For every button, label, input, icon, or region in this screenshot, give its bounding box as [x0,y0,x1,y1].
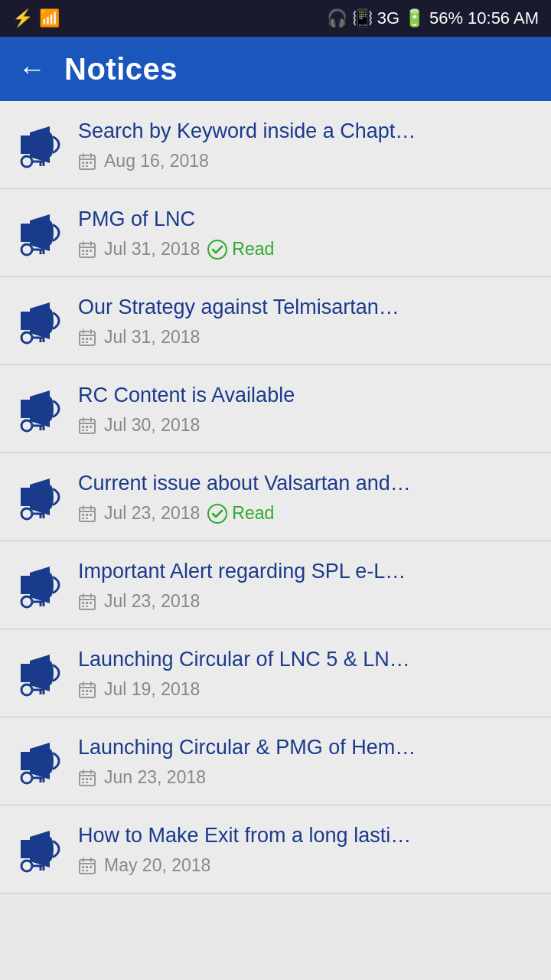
svg-point-81 [208,505,227,523]
back-button[interactable]: ← [18,53,46,85]
svg-point-18 [46,220,54,245]
notice-content: Launching Circular & PMG of Hem… Jun 23,… [78,734,539,788]
svg-rect-76 [82,514,84,516]
svg-rect-143 [90,866,92,868]
calendar-icon [78,152,96,171]
svg-rect-61 [86,426,88,428]
notice-content: Search by Keyword inside a Chapt… Aug 16… [78,118,539,172]
notice-date: Aug 16, 2018 [104,151,209,172]
read-badge: Read [207,503,274,524]
svg-rect-142 [86,866,88,868]
notice-meta: May 20, 2018 [78,855,539,876]
notice-content: Current issue about Valsartan and… Jul 2… [78,470,539,524]
wifi-icon: 📶 [39,8,60,28]
calendar-icon [78,328,96,347]
svg-rect-95 [90,602,92,604]
notice-date: Jun 23, 2018 [104,767,206,788]
list-item[interactable]: How to Make Exit from a long lasti… May … [0,805,551,893]
notice-content: Our Strategy against Telmisartan… Jul 31… [78,294,539,348]
notice-title: Current issue about Valsartan and… [78,470,539,497]
svg-point-52 [21,420,32,431]
svg-rect-94 [86,602,88,604]
notice-title: Important Alert regarding SPL e-L… [78,558,539,585]
svg-rect-29 [90,250,92,252]
svg-point-85 [21,596,32,607]
svg-rect-48 [86,341,88,343]
notice-meta: Jul 23, 2018 Read [78,503,539,524]
svg-rect-97 [86,606,88,607]
notice-title: How to Make Exit from a long lasti… [78,822,539,849]
svg-point-35 [46,309,54,333]
list-item[interactable]: RC Content is Available Jul 30, 2018 [0,365,551,453]
calendar-icon [78,769,96,787]
svg-marker-49 [21,400,30,418]
notice-content: Launching Circular of LNC 5 & LN… Jul 19… [78,646,539,700]
vibrate-icon: 📳 [352,8,373,28]
svg-marker-82 [21,576,30,594]
svg-rect-27 [82,250,84,252]
notice-content: Important Alert regarding SPL e-L… Jul 2… [78,558,539,612]
list-item[interactable]: Search by Keyword inside a Chapt… Aug 16… [0,101,551,189]
read-badge: Read [207,239,274,260]
notice-title: Search by Keyword inside a Chapt… [78,118,539,145]
svg-point-101 [21,684,32,695]
svg-marker-16 [21,224,30,242]
svg-marker-65 [21,488,30,506]
calendar-icon [78,240,96,259]
svg-rect-113 [86,694,88,695]
svg-rect-93 [82,602,84,604]
svg-rect-45 [86,338,88,340]
svg-rect-129 [86,782,88,783]
svg-rect-127 [90,778,92,780]
svg-rect-144 [82,870,84,871]
svg-rect-63 [82,430,84,431]
list-item[interactable]: Launching Circular of LNC 5 & LN… Jul 19… [0,629,551,717]
svg-point-32 [208,240,227,259]
notice-title: PMG of LNC [78,206,539,233]
svg-point-2 [46,132,54,157]
svg-rect-60 [82,426,84,428]
svg-point-36 [21,332,32,343]
svg-rect-30 [82,253,84,255]
svg-point-133 [21,861,32,871]
list-item[interactable]: PMG of LNC Jul 31, 2018 [0,189,551,277]
signal-text: 3G [377,8,399,28]
list-item[interactable]: Our Strategy against Telmisartan… Jul 31… [0,277,551,365]
read-label: Read [232,503,274,524]
svg-rect-109 [82,690,84,692]
list-item[interactable]: Launching Circular & PMG of Hem… Jun 23,… [0,717,551,805]
notice-icon [12,382,66,436]
notice-date: May 20, 2018 [104,855,210,876]
notice-meta: Jul 23, 2018 [78,591,539,612]
notice-meta: Jul 30, 2018 [78,415,539,436]
notice-content: How to Make Exit from a long lasti… May … [78,822,539,876]
calendar-icon [78,416,96,435]
notice-date: Jul 31, 2018 [104,239,200,260]
svg-point-67 [46,485,54,509]
status-right: 🎧 📳 3G 🔋 56% 10:56 AM [327,8,539,28]
notice-icon [12,558,66,612]
notice-title: Launching Circular of LNC 5 & LN… [78,646,539,673]
svg-rect-79 [82,518,84,519]
notice-icon [12,470,66,524]
svg-point-51 [46,397,54,421]
svg-rect-78 [90,514,92,516]
list-item[interactable]: Current issue about Valsartan and… Jul 2… [0,453,551,541]
notice-meta: Jul 31, 2018 [78,327,539,348]
svg-rect-125 [82,778,84,780]
svg-point-117 [21,773,32,783]
svg-rect-14 [82,165,84,167]
svg-rect-126 [86,778,88,780]
notice-date: Jul 23, 2018 [104,503,200,524]
notices-list: Search by Keyword inside a Chapt… Aug 16… [0,101,551,893]
svg-rect-12 [86,162,88,164]
list-item[interactable]: Important Alert regarding SPL e-L… Jul 2… [0,541,551,629]
svg-point-84 [46,573,54,597]
notice-content: RC Content is Available Jul 30, 2018 [78,382,539,436]
svg-rect-110 [86,690,88,692]
notice-title: RC Content is Available [78,382,539,409]
notice-meta: Jun 23, 2018 [78,767,539,788]
svg-marker-114 [21,752,30,770]
svg-rect-15 [86,165,88,167]
status-left: ⚡ 📶 [12,8,60,28]
